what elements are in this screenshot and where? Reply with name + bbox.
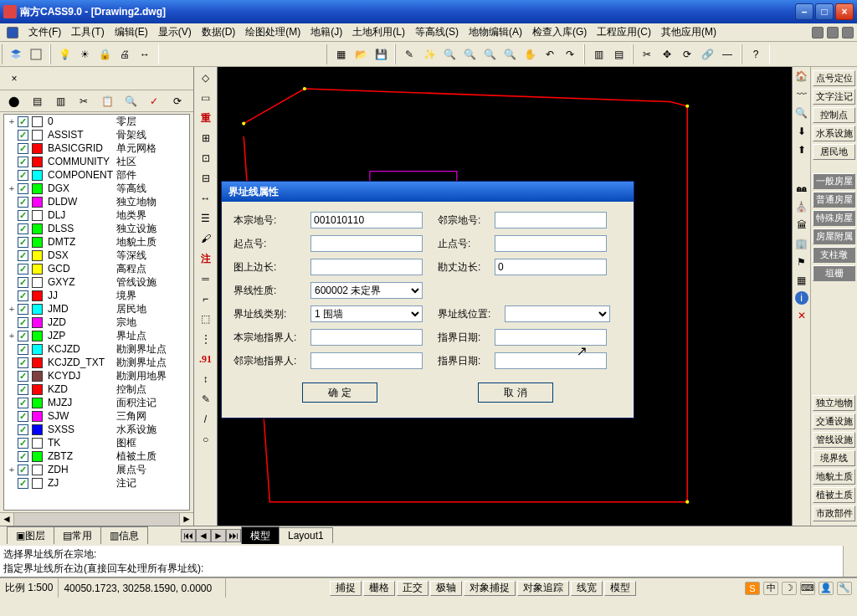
rtb-icon-4[interactable]: ⬇ [794,124,809,139]
input-bzdzjr[interactable] [310,329,423,346]
tray-keyboard-icon[interactable]: ⌨ [800,582,815,595]
tab-model[interactable]: 模型 [241,526,280,545]
vtb-label-91[interactable]: .91 [197,350,215,368]
menu-feature-edit[interactable]: 地物编辑(A) [464,23,527,41]
edit1-icon[interactable]: ✂ [638,45,656,64]
vtb-icon-6[interactable]: ↔ [197,189,215,208]
rtb-info-icon[interactable]: i [795,291,808,305]
menu-other[interactable]: 其他应用(M) [656,23,721,41]
right-btn-管线设施[interactable]: 管线设施 [813,432,855,448]
rtb-icon-5[interactable]: ⬆ [794,142,809,157]
status-otrack[interactable]: 对象追踪 [517,581,569,596]
status-polar[interactable]: 极轴 [430,581,462,596]
zoom-out-icon[interactable]: 🔍 [460,45,479,64]
layers-icon[interactable] [7,45,25,64]
right-btn-居民地[interactable]: 居民地 [813,144,855,160]
right-btn-支柱墩[interactable]: 支柱墩 [813,247,855,263]
layer-list[interactable]: +0零层ASSIST骨架线BASICGRID单元网格COMMUNITY社区COM… [3,114,190,511]
right-btn-垣栅[interactable]: 垣栅 [813,265,855,281]
layer-props-icon[interactable] [27,45,45,64]
vtb-label-1[interactable]: 重 [197,109,215,127]
layer-row[interactable]: ASSIST骨架线 [4,128,189,141]
bulb-icon[interactable]: 💡 [55,45,74,64]
tab-nav-first[interactable]: ⏮ [181,529,196,542]
layer-row[interactable]: SXSS水系设施 [4,423,189,436]
save-icon[interactable]: 💾 [372,45,390,64]
vtb-icon-7[interactable]: ☰ [197,209,215,228]
layer-row[interactable]: ZBTZ植被土质 [4,449,189,463]
status-osnap[interactable]: 对象捕捉 [464,581,516,596]
ltb-icon-4[interactable]: ✂ [74,92,93,110]
right-btn-植被土质[interactable]: 植被土质 [813,487,855,503]
cmd-scrollbar[interactable] [843,546,857,577]
select-jzxwz[interactable] [505,305,610,322]
layer-row[interactable]: KCYDJ勘测用地界 [4,369,189,382]
layer-row[interactable]: DLSS独立设施 [4,222,189,235]
vtb-icon-13[interactable]: ↕ [197,370,215,388]
right-btn-境界线[interactable]: 境界线 [813,450,855,466]
zoom-extent-icon[interactable]: 🔍 [500,45,519,64]
help-icon[interactable]: ? [747,45,765,64]
lock-icon[interactable]: 🔒 [95,45,114,64]
input-zdh[interactable] [495,235,607,252]
ltb-icon-8[interactable]: ⟳ [168,92,187,110]
right-btn-地貌土质[interactable]: 地貌土质 [813,469,855,485]
zoom-in-icon[interactable]: 🔍 [440,45,459,64]
select-jzxlb[interactable]: 1 围墙 [310,305,423,322]
grid-icon[interactable]: ▦ [331,45,350,64]
right-btn-一般房屋[interactable]: 一般房屋 [813,173,855,189]
right-btn-文字注记[interactable]: 文字注记 [813,89,855,105]
layer-row[interactable]: TK图框 [4,436,189,449]
vtb-icon-5[interactable]: ⊟ [197,169,215,187]
move-icon[interactable]: ✥ [658,45,676,64]
menu-data[interactable]: 数据(D) [197,23,241,41]
tray-moon-icon[interactable]: ☽ [782,582,797,595]
rtb-icon-10[interactable]: ⚑ [794,254,809,270]
layer-row[interactable]: JJ境界 [4,289,189,302]
minimize-button[interactable]: – [795,3,813,20]
right-btn-房屋附属[interactable]: 房屋附属 [813,228,855,244]
tray-user-icon[interactable]: 👤 [819,582,834,595]
layer-row[interactable]: SJW三角网 [4,409,189,423]
ltb-icon-6[interactable]: 🔍 [121,92,140,110]
panel-close-icon[interactable]: × [5,69,23,88]
layer-row[interactable]: KZD控制点 [4,382,189,396]
layer-row[interactable]: KCJZD勘测界址点 [4,342,189,356]
right-btn-市政部件[interactable]: 市政部件 [813,506,855,521]
menu-engineering[interactable]: 工程应用(C) [592,23,656,41]
status-grid[interactable]: 栅格 [363,581,395,596]
layer-row[interactable]: ZJ注记 [4,476,189,490]
vtb-icon-11[interactable]: ⬚ [197,310,215,328]
trim-icon[interactable]: — [718,45,736,64]
menu-cadastre[interactable]: 地籍(J) [305,23,347,41]
layer-row[interactable]: +DGX等高线 [4,182,189,195]
sun-icon[interactable]: ☀ [75,45,94,64]
mdi-minimize-icon[interactable] [812,27,824,38]
draw1-icon[interactable]: ✎ [400,45,418,64]
vtb-icon-14[interactable]: ✎ [197,390,215,408]
vtb-label-2[interactable]: 注 [197,249,215,268]
ltb-icon-7[interactable]: ✓ [145,92,163,110]
layer-row[interactable]: +JZP界址点 [4,329,189,342]
rtb-icon-3[interactable]: 🔍 [794,105,809,121]
menu-check[interactable]: 检查入库(G) [527,23,592,41]
tab-layout1[interactable]: Layout1 [279,527,333,543]
tab-common[interactable]: ▤ 常用 [54,526,101,544]
vtb-icon-2[interactable]: ▭ [197,89,215,107]
menu-tools[interactable]: 工具(T) [66,23,109,41]
zoom-window-icon[interactable]: 🔍 [480,45,499,64]
rotate-icon[interactable]: ⟳ [678,45,696,64]
menu-landuse[interactable]: 土地利用(L) [347,23,410,41]
rtb-icon-7[interactable]: ⛪ [794,199,809,214]
rtb-icon-9[interactable]: 🏢 [794,236,809,251]
layer-row[interactable]: +ZDH展点号 [4,463,189,476]
menu-edit[interactable]: 编辑(E) [110,23,153,41]
right-btn-点号定位[interactable]: 点号定位 [813,70,855,86]
vtb-icon-12[interactable]: ⋮ [197,330,215,348]
tab-nav-next[interactable]: ► [211,529,226,542]
tray-cn-icon[interactable]: 中 [763,582,778,595]
vtb-icon-1[interactable]: ◇ [197,69,215,87]
vtb-icon-8[interactable]: 🖌 [197,229,215,248]
layer-row[interactable]: MJZJ面积注记 [4,396,189,409]
tray-ime-icon[interactable]: S [745,582,760,595]
